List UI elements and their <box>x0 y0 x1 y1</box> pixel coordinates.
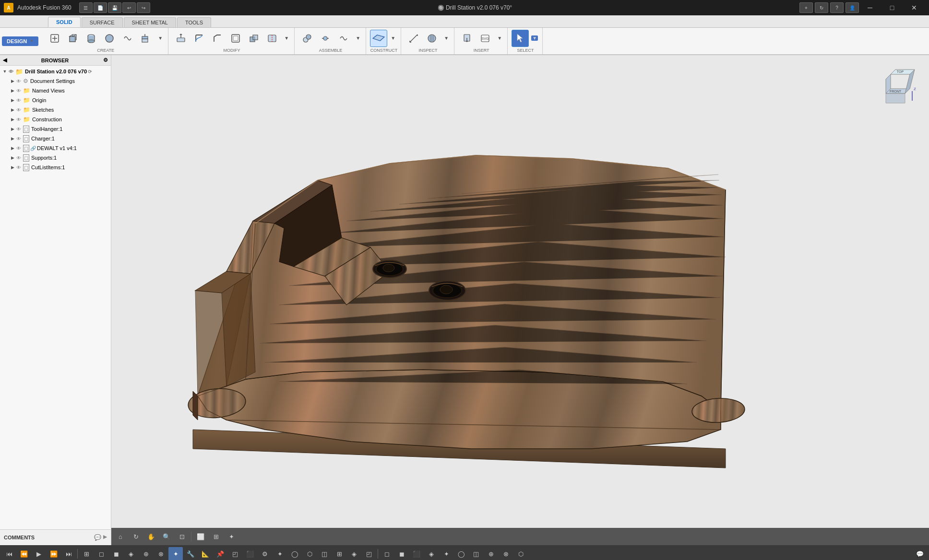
browser-item-toolhanger[interactable]: ▶ 👁 ◻ ToolHanger:1 <box>8 124 111 134</box>
modify-more-btn[interactable]: ▼ <box>282 30 291 47</box>
bt-tool-20[interactable]: ◰ <box>362 547 376 560</box>
bt-tool-15[interactable]: ◯ <box>287 547 302 560</box>
refresh-btn[interactable]: ↻ <box>815 2 828 13</box>
anim-play-btn[interactable]: ▶ <box>32 547 46 560</box>
vp-home-btn[interactable]: ⌂ <box>113 530 128 543</box>
cutlistitems-toggle[interactable]: ▶ <box>10 164 15 170</box>
origin-toggle[interactable]: ▶ <box>10 97 15 103</box>
zebra-analysis-btn[interactable] <box>423 30 441 47</box>
cutlistitems-eye[interactable]: 👁 <box>15 164 22 171</box>
insert-svg-btn[interactable]: SVG <box>476 30 494 47</box>
browser-item-doc-settings[interactable]: ▶ 👁 ⚙ Document Settings <box>8 76 111 86</box>
bt-tool-30[interactable]: ⬡ <box>513 547 528 560</box>
browser-item-charger[interactable]: ▶ 👁 ◻ Charger:1 <box>8 134 111 143</box>
anim-prev-btn[interactable]: ⏪ <box>17 547 31 560</box>
bt-tool-16[interactable]: ⬡ <box>302 547 317 560</box>
press-pull-btn[interactable] <box>172 30 190 47</box>
bt-comment-btn[interactable]: 💬 <box>913 547 927 560</box>
sketches-eye[interactable]: 👁 <box>15 106 22 113</box>
create-more-btn[interactable]: ▼ <box>155 30 165 47</box>
select-btn[interactable] <box>512 30 529 47</box>
vp-effects-btn[interactable]: ✦ <box>224 530 238 543</box>
dewalt-eye[interactable]: 👁 <box>15 145 22 152</box>
supports-eye[interactable]: 👁 <box>15 154 22 161</box>
bt-tool-29[interactable]: ⊗ <box>499 547 513 560</box>
bt-tool-13[interactable]: ⚙ <box>258 547 272 560</box>
browser-item-sketches[interactable]: ▶ 👁 📁 Sketches <box>8 105 111 115</box>
select-more-btn[interactable]: ▼ <box>530 30 539 47</box>
combine-btn[interactable] <box>245 30 262 47</box>
toolhanger-toggle[interactable]: ▶ <box>10 126 15 132</box>
toolhanger-eye[interactable]: 👁 <box>15 126 22 132</box>
minimize-btn[interactable]: ─ <box>859 0 881 15</box>
box-btn[interactable] <box>64 30 82 47</box>
help-btn[interactable]: ? <box>830 2 844 13</box>
browser-collapse-btn[interactable]: ◀ <box>3 57 7 63</box>
browser-root[interactable]: ▼ 👁 📁 Drill Station v2.0 076 v70 ⟳ <box>0 67 111 76</box>
vp-pan-btn[interactable]: ✋ <box>144 530 158 543</box>
bt-tool-12[interactable]: ⬛ <box>243 547 257 560</box>
bt-tool-1[interactable]: ⊞ <box>79 547 94 560</box>
charger-eye[interactable]: 👁 <box>15 135 22 142</box>
bt-tool-26[interactable]: ◯ <box>454 547 468 560</box>
vp-orbit-btn[interactable]: ↻ <box>129 530 143 543</box>
menu-btn[interactable]: ☰ <box>79 2 93 13</box>
assemble-more-btn[interactable]: ▼ <box>353 30 363 47</box>
bt-tool-5[interactable]: ⊕ <box>139 547 153 560</box>
bt-tool-10[interactable]: 📌 <box>213 547 227 560</box>
bt-tool-22[interactable]: ◼ <box>394 547 409 560</box>
new-component-btn[interactable] <box>46 30 63 47</box>
bt-tool-27[interactable]: ◫ <box>469 547 483 560</box>
inspect-more-btn[interactable]: ▼ <box>441 30 451 47</box>
vp-zoom-fit-btn[interactable]: ⊡ <box>175 530 189 543</box>
extrude-btn[interactable] <box>137 30 155 47</box>
plane-btn[interactable] <box>370 30 387 47</box>
vp-zoom-btn[interactable]: 🔍 <box>159 530 174 543</box>
bt-tool-6[interactable]: ⊗ <box>154 547 168 560</box>
motion-link-btn[interactable] <box>335 30 352 47</box>
bt-tool-14[interactable]: ✦ <box>273 547 287 560</box>
bt-tool-25[interactable]: ✦ <box>439 547 453 560</box>
new-btn[interactable]: 📄 <box>94 2 107 13</box>
supports-toggle[interactable]: ▶ <box>10 155 15 161</box>
named-views-eye[interactable]: 👁 <box>15 87 22 94</box>
viewport[interactable]: TOP FRONT Z <box>111 55 929 545</box>
bt-tool-18[interactable]: ⊞ <box>332 547 346 560</box>
browser-options-btn[interactable]: ⚙ <box>103 57 108 63</box>
chamfer-btn[interactable] <box>209 30 226 47</box>
bt-tool-8[interactable]: 🔧 <box>183 547 198 560</box>
coil-btn[interactable] <box>119 30 136 47</box>
browser-item-dewalt[interactable]: ▶ 👁 ◻ 🔗 DEWALT v1 v4:1 <box>8 143 111 153</box>
bt-tool-4[interactable]: ◈ <box>124 547 138 560</box>
joint-btn[interactable] <box>317 30 334 47</box>
bt-tool-28[interactable]: ⊕ <box>484 547 498 560</box>
close-btn[interactable]: ✕ <box>903 0 925 15</box>
tab-tools[interactable]: TOOLS <box>177 17 211 27</box>
construct-more-btn[interactable]: ▼ <box>388 30 398 47</box>
charger-toggle[interactable]: ▶ <box>10 136 15 141</box>
bt-tool-24[interactable]: ◈ <box>424 547 439 560</box>
add-tab-btn[interactable]: + <box>799 2 813 13</box>
browser-item-named-views[interactable]: ▶ 👁 📁 Named Views <box>8 86 111 95</box>
maximize-btn[interactable]: □ <box>881 0 903 15</box>
bt-tool-9[interactable]: 📐 <box>198 547 213 560</box>
doc-settings-eye[interactable]: 👁 <box>15 78 22 84</box>
undo-btn[interactable]: ↩ <box>122 2 136 13</box>
account-btn[interactable]: 👤 <box>846 2 859 13</box>
insert-more-btn[interactable]: ▼ <box>495 30 504 47</box>
design-dropdown[interactable]: DESIGN ▼ <box>2 36 38 46</box>
fillet-btn[interactable] <box>191 30 208 47</box>
anim-start-btn[interactable]: ⏮ <box>2 547 16 560</box>
browser-item-cutlistitems[interactable]: ▶ 👁 ◻ CutListItems:1 <box>8 163 111 172</box>
browser-item-construction[interactable]: ▶ 👁 📁 Construction <box>8 115 111 124</box>
bt-tool-19[interactable]: ◈ <box>347 547 361 560</box>
vp-display-btn[interactable]: ⬜ <box>193 530 208 543</box>
browser-item-origin[interactable]: ▶ 👁 📁 Origin <box>8 95 111 105</box>
bt-tool-17[interactable]: ◫ <box>317 547 332 560</box>
sphere-btn[interactable] <box>101 30 118 47</box>
shell-btn[interactable] <box>227 30 244 47</box>
tab-solid[interactable]: SOLID <box>48 17 81 27</box>
new-component-assemble-btn[interactable] <box>298 30 316 47</box>
cylinder-btn[interactable] <box>83 30 100 47</box>
named-views-toggle[interactable]: ▶ <box>10 88 15 93</box>
